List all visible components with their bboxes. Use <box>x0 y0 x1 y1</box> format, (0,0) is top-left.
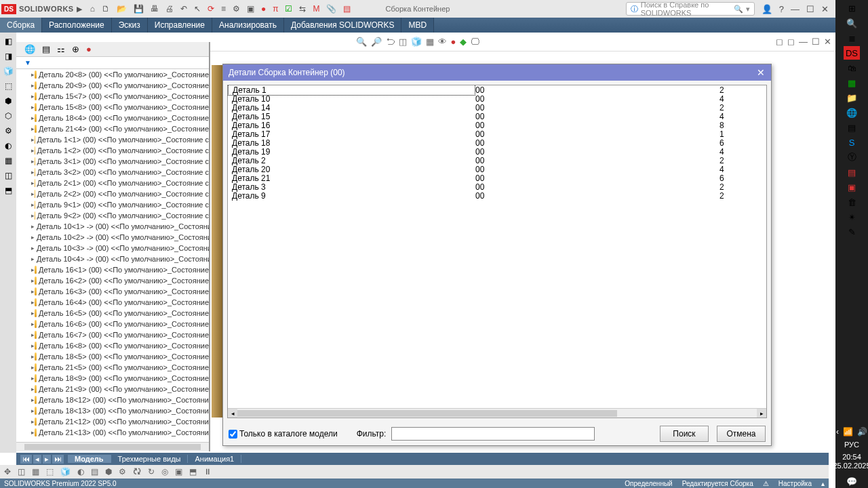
table-row[interactable]: Деталь 10004 <box>228 94 766 103</box>
tab-nav-first-icon[interactable]: ⏮ <box>20 455 32 464</box>
options-icon[interactable]: ≡ <box>221 4 226 14</box>
tab-nav-last-icon[interactable]: ⏭ <box>52 455 64 464</box>
tab-addins[interactable]: Добавления SOLIDWORKS <box>284 18 402 33</box>
tree-item[interactable]: ▸Деталь 18<5> (00) <<По умолчанию>_Состо… <box>16 351 209 362</box>
tray-chevron-icon[interactable]: ‹ <box>836 427 839 436</box>
display-style-icon[interactable]: ▦ <box>426 37 434 47</box>
bt-icon-4[interactable]: ⬚ <box>46 467 54 476</box>
tree-item[interactable]: ▸Деталь 18<12> (00) <<По умолчанию>_Сост… <box>16 394 209 405</box>
bt-icon-3[interactable]: ▦ <box>32 467 39 476</box>
table-row[interactable]: Деталь 19004 <box>228 147 766 156</box>
save-icon[interactable]: 💾 <box>134 4 144 14</box>
lr-icon-4[interactable]: ⬚ <box>5 81 12 91</box>
open-icon[interactable]: 📂 <box>117 4 127 14</box>
panel-full-icon[interactable]: ☐ <box>812 37 820 47</box>
search-button[interactable]: Поиск <box>660 426 709 442</box>
bt-icon-11[interactable]: ↻ <box>148 467 155 476</box>
scroll-left-icon[interactable]: ◂ <box>228 409 237 418</box>
win-start-icon[interactable]: ⊞ <box>844 1 860 15</box>
tree-item[interactable]: ▸Деталь 15<8> (00) <<По умолчанию>_Состо… <box>16 102 209 113</box>
rebuild-icon[interactable]: ⟳ <box>208 4 214 14</box>
tree-item[interactable]: ▸Деталь 9<1> (00) <<По умолчанию>_Состоя… <box>16 199 209 210</box>
tree-item[interactable]: ▸Деталь 2<2> (00) <<По умолчанию>_Состоя… <box>16 188 209 199</box>
new-icon[interactable]: 🗋 <box>102 4 110 14</box>
bt-icon-8[interactable]: ⬢ <box>105 467 112 476</box>
status-warn-icon[interactable]: ⚠ <box>763 480 769 487</box>
table-row[interactable]: Деталь 14002 <box>228 103 766 112</box>
tree-item[interactable]: ▸Деталь 20<8> (00) <<По умолчанию>_Состо… <box>16 69 209 80</box>
help-icon[interactable]: ? <box>779 4 784 14</box>
taskbar-lang[interactable]: РУС <box>844 441 859 449</box>
link-icon[interactable]: ⇆ <box>299 4 306 14</box>
tab-analyze[interactable]: Анализировать <box>212 18 284 33</box>
taskbar-app-misc2[interactable]: ✎ <box>844 225 860 239</box>
taskbar-app-chrome[interactable]: 🌐 <box>844 106 860 119</box>
panel-max-icon[interactable]: ◻ <box>787 37 795 47</box>
record-icon[interactable]: ● <box>261 4 266 14</box>
tree-item[interactable]: ▸Деталь 10<3> -> (00) <<По умолчанию>_Со… <box>16 243 209 253</box>
tray-wifi-icon[interactable]: 📶 <box>843 427 853 436</box>
tab-evaluate[interactable]: Исправление <box>148 18 212 33</box>
taskbar-app-list[interactable]: ▤ <box>844 121 860 134</box>
tree-item[interactable]: ▸Деталь 1<1> (00) <<По умолчанию>_Состоя… <box>16 134 209 145</box>
tree-tab-config-icon[interactable]: ▤ <box>42 44 50 54</box>
lr-icon-8[interactable]: ◐ <box>5 141 12 150</box>
bt-icon-9[interactable]: ⚙ <box>119 467 126 476</box>
zoom-fit-icon[interactable]: 🔍 <box>356 37 367 47</box>
tree-item[interactable]: ▸Деталь 21<12> (00) <<По умолчанию>_Сост… <box>16 416 209 427</box>
undo-icon[interactable]: ↶ <box>180 4 187 14</box>
lr-icon-11[interactable]: ⬒ <box>5 186 12 195</box>
m-icon[interactable]: M <box>313 4 319 14</box>
user-icon[interactable]: 👤 <box>762 4 772 14</box>
expand-icon[interactable]: ▸ <box>31 223 35 230</box>
tree-filter-bar[interactable]: ▼ <box>16 57 209 69</box>
pdf-icon[interactable]: ▤ <box>343 4 351 14</box>
bt-icon-13[interactable]: ▣ <box>175 467 182 476</box>
taskbar-app-excel[interactable]: ▦ <box>844 76 860 89</box>
lr-icon-1[interactable]: ◧ <box>5 37 12 46</box>
hide-show-icon[interactable]: 👁 <box>438 37 447 47</box>
tree-item[interactable]: ▸Деталь 16<7> (00) <<По умолчанию>_Состо… <box>16 329 209 340</box>
taskbar-app-reader[interactable]: ▤ <box>844 165 860 179</box>
tree-item[interactable]: ▸Деталь 2<1> (00) <<По умолчанию>_Состоя… <box>16 178 209 188</box>
tree-item[interactable]: ▸Деталь 18<9> (00) <<По умолчанию>_Состо… <box>16 373 209 384</box>
panel-restore-icon[interactable]: — <box>799 37 808 47</box>
tree-hscrollbar[interactable] <box>16 442 209 451</box>
filter-input[interactable] <box>391 427 595 441</box>
tree-item[interactable]: ▸Деталь 20<9> (00) <<По умолчанию>_Состо… <box>16 80 209 91</box>
help-search-box[interactable]: ⓘ Поиск в Справке по SOLIDWORKS 🔍 ▾ <box>626 2 755 16</box>
table-row[interactable]: Деталь 20004 <box>228 165 766 174</box>
bottom-tab-animation[interactable]: Анимация1 <box>188 455 241 463</box>
zoom-area-icon[interactable]: 🔎 <box>371 37 382 47</box>
tree-item[interactable]: ▸Деталь 16<5> (00) <<По умолчанию>_Состо… <box>16 308 209 319</box>
tree-item[interactable]: ▸Деталь 1<2> (00) <<По умолчанию>_Состоя… <box>16 145 209 156</box>
tree-item[interactable]: ▸Деталь 16<1> (00) <<По умолчанию>_Состо… <box>16 264 209 275</box>
search-icon[interactable]: 🔍 <box>734 5 743 14</box>
saveall-icon[interactable]: 🖶 <box>151 4 159 14</box>
tree-tab-fm-icon[interactable]: 🌐 <box>24 44 35 54</box>
taskbar-app-explorer[interactable]: 📁 <box>844 91 860 104</box>
table-row[interactable]: Деталь 1002 <box>228 85 766 94</box>
lr-icon-9[interactable]: ▦ <box>5 156 12 165</box>
tree-tab-prop-icon[interactable]: ⚏ <box>57 44 65 54</box>
tree-item[interactable]: ▸Деталь 16<8> (00) <<По умолчанию>_Состо… <box>16 340 209 351</box>
tab-assembly[interactable]: Сборка <box>0 18 42 33</box>
tab-nav-next-icon[interactable]: ▸ <box>43 455 51 464</box>
cancel-button[interactable]: Отмена <box>717 426 766 442</box>
win-taskview-icon[interactable]: ≣ <box>844 31 860 45</box>
taskbar-app-acrobat[interactable]: ▣ <box>844 180 860 194</box>
scroll-thumb[interactable] <box>237 410 617 417</box>
status-custom[interactable]: Настройка <box>778 480 812 487</box>
bt-icon-1[interactable]: ✥ <box>4 467 11 476</box>
dialog-hscrollbar[interactable]: ◂ ▸ <box>228 408 766 418</box>
dialog-close-icon[interactable]: ✕ <box>751 67 771 78</box>
tree-item[interactable]: ▸Деталь 16<2> (00) <<По умолчанию>_Состо… <box>16 275 209 286</box>
expand-icon[interactable]: ▸ <box>31 234 35 241</box>
tree-item[interactable]: ▸Деталь 21<9> (00) <<По умолчанию>_Состо… <box>16 384 209 394</box>
lr-icon-2[interactable]: ◨ <box>5 52 12 61</box>
view-settings-icon[interactable]: 🖵 <box>471 37 479 47</box>
tree-item[interactable]: ▸Деталь 10<2> -> (00) <<По умолчанию>_Со… <box>16 232 209 243</box>
catalog-only-input[interactable] <box>229 430 237 439</box>
table-row[interactable]: Деталь 3002 <box>228 182 766 191</box>
lr-icon-5[interactable]: ⬢ <box>5 96 12 106</box>
